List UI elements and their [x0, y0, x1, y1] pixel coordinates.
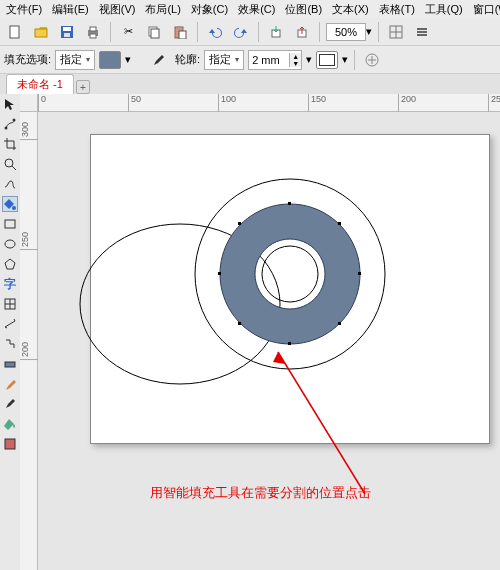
fill-mode-combo[interactable]: 指定 ▾ [55, 50, 95, 70]
menu-bitmap[interactable]: 位图(B) [285, 2, 322, 17]
snap-button[interactable] [385, 21, 407, 43]
smart-fill-tool[interactable] [2, 196, 18, 212]
eyedropper-tool[interactable] [2, 376, 18, 392]
svg-point-26 [5, 159, 13, 167]
open-button[interactable] [30, 21, 52, 43]
menu-view[interactable]: 视图(V) [99, 2, 136, 17]
new-tab-button[interactable]: + [76, 80, 90, 94]
svg-rect-9 [151, 29, 159, 38]
svg-rect-48 [338, 322, 341, 325]
new-button[interactable] [4, 21, 26, 43]
fill-color-swatch[interactable] [99, 51, 121, 69]
chevron-down-icon: ▾ [366, 25, 372, 38]
table-tool[interactable] [2, 296, 18, 312]
document-tab[interactable]: 未命名 -1 [6, 74, 74, 94]
interactive-fill-tool[interactable] [2, 436, 18, 452]
zoom-combo[interactable]: ▾ [326, 23, 372, 41]
outline-pen-icon[interactable] [149, 49, 171, 71]
copy-button[interactable] [143, 21, 165, 43]
menu-bar: 文件(F) 编辑(E) 视图(V) 布局(L) 对象(C) 效果(C) 位图(B… [0, 0, 500, 18]
dimension-tool[interactable] [2, 316, 18, 332]
zoom-tool[interactable] [2, 156, 18, 172]
svg-rect-4 [64, 33, 70, 37]
menu-layout[interactable]: 布局(L) [145, 2, 180, 17]
ellipse-tool[interactable] [2, 236, 18, 252]
separator [258, 22, 259, 42]
outline-label: 轮廓: [175, 52, 200, 67]
add-button[interactable] [361, 49, 383, 71]
save-button[interactable] [56, 21, 78, 43]
svg-point-24 [5, 127, 8, 130]
undo-button[interactable] [204, 21, 226, 43]
stroke-width-spinner[interactable]: ▲▼ [248, 50, 302, 70]
svg-rect-41 [288, 202, 291, 205]
separator [354, 50, 355, 70]
pick-tool[interactable] [2, 96, 18, 112]
chevron-down-icon: ▾ [235, 55, 239, 64]
svg-rect-12 [179, 31, 186, 39]
menu-tool[interactable]: 工具(Q) [425, 2, 463, 17]
fill-mode-value: 指定 [60, 52, 82, 67]
paste-button[interactable] [169, 21, 191, 43]
import-button[interactable] [265, 21, 287, 43]
menu-edit[interactable]: 编辑(E) [52, 2, 89, 17]
svg-rect-20 [417, 34, 427, 36]
connector-tool[interactable] [2, 336, 18, 352]
svg-rect-46 [338, 222, 341, 225]
svg-marker-50 [273, 352, 285, 364]
crop-tool[interactable] [2, 136, 18, 152]
menu-file[interactable]: 文件(F) [6, 2, 42, 17]
rectangle-tool[interactable] [2, 216, 18, 232]
annotation-text: 用智能填充工具在需要分割的位置点击 [150, 484, 371, 502]
shape-tool[interactable] [2, 116, 18, 132]
separator [378, 22, 379, 42]
menu-table[interactable]: 表格(T) [379, 2, 415, 17]
svg-point-30 [5, 240, 15, 248]
print-button[interactable] [82, 21, 104, 43]
outline-mode-combo[interactable]: 指定 ▾ [204, 50, 244, 70]
svg-point-40 [262, 246, 318, 302]
menu-object[interactable]: 对象(C) [191, 2, 228, 17]
outline-color-swatch[interactable] [316, 51, 338, 69]
cut-button[interactable]: ✂ [117, 21, 139, 43]
svg-point-25 [13, 119, 16, 122]
separator [197, 22, 198, 42]
stroke-width-input[interactable] [249, 54, 289, 66]
chevron-down-icon[interactable]: ▾ [306, 53, 312, 66]
zoom-input[interactable] [326, 23, 366, 41]
redo-button[interactable] [230, 21, 252, 43]
spin-up-icon[interactable]: ▲ [289, 53, 301, 60]
interactive-tool[interactable] [2, 356, 18, 372]
spin-down-icon[interactable]: ▼ [289, 60, 301, 67]
svg-line-35 [5, 321, 15, 327]
export-button[interactable] [291, 21, 313, 43]
svg-line-27 [12, 166, 16, 170]
options-button[interactable] [411, 21, 433, 43]
menu-window[interactable]: 窗口(W) [473, 2, 500, 17]
fill-options-label: 填充选项: [4, 52, 51, 67]
svg-rect-42 [288, 342, 291, 345]
polygon-tool[interactable] [2, 256, 18, 272]
fill-tool[interactable] [2, 416, 18, 432]
svg-point-28 [12, 206, 16, 210]
cut-icon: ✂ [124, 25, 133, 38]
outline-tool[interactable] [2, 396, 18, 412]
svg-rect-36 [5, 362, 15, 367]
svg-rect-47 [238, 322, 241, 325]
svg-rect-3 [63, 27, 71, 31]
menu-text[interactable]: 文本(X) [332, 2, 369, 17]
svg-marker-31 [5, 259, 15, 269]
text-tool[interactable]: 字 [2, 276, 18, 292]
canvas[interactable]: 0 50 100 150 200 250 300 250 200 [20, 94, 500, 570]
menu-effect[interactable]: 效果(C) [238, 2, 275, 17]
svg-rect-37 [5, 439, 15, 449]
svg-rect-6 [90, 27, 96, 31]
outline-mode-value: 指定 [209, 52, 231, 67]
svg-rect-7 [90, 34, 96, 38]
chevron-down-icon[interactable]: ▾ [342, 53, 348, 66]
chevron-down-icon[interactable]: ▾ [125, 53, 131, 66]
svg-rect-45 [238, 222, 241, 225]
chevron-down-icon: ▾ [86, 55, 90, 64]
freehand-tool[interactable] [2, 176, 18, 192]
svg-rect-18 [417, 28, 427, 30]
